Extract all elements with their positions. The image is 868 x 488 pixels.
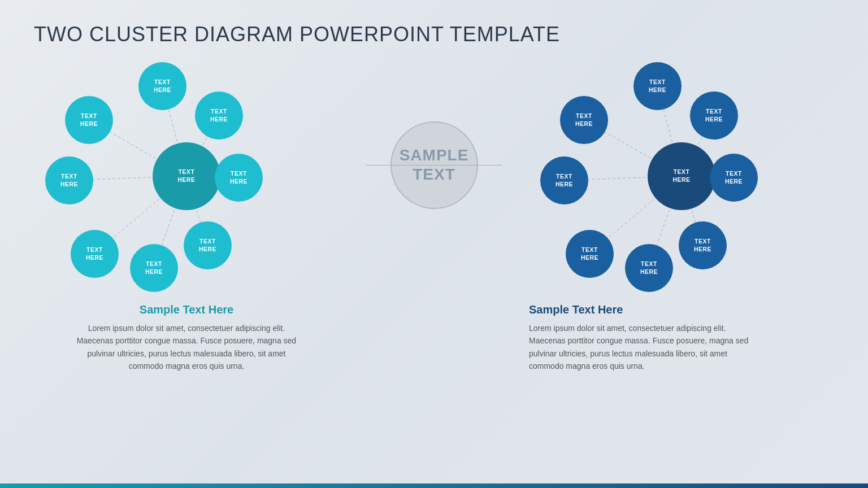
right-text-section: Sample Text Here Lorem ipsum dolor sit a… [529,303,834,373]
right-section-title: Sample Text Here [529,303,834,316]
right-node-left: TEXTHERE [540,156,588,204]
right-node-right: TEXTHERE [710,154,758,202]
slide-title: TWO CLUSTER DIAGRAM POWERPOINT TEMPLATE [34,23,834,46]
left-node-right: TEXTHERE [215,154,263,202]
connector-line [366,165,502,165]
left-node-topright: TEXTHERE [195,91,243,140]
right-node-topright: TEXTHERE [690,91,738,140]
left-node-topleft: TEXTHERE [65,96,113,144]
right-node-topleft: TEXTHERE [560,96,608,144]
diagrams-row: TEXTHERE TEXTHERE TEXTHERE TEXTHERE TEXT… [34,58,834,295]
right-section-body: Lorem ipsum dolor sit amet, consectetuer… [529,322,834,373]
left-node-left: TEXTHERE [45,156,93,204]
left-center-circle: TEXTHERE [153,142,220,210]
left-node-bottomleft: TEXTHERE [71,230,119,278]
right-node-top: TEXTHERE [633,62,682,110]
slide: TWO CLUSTER DIAGRAM POWERPOINT TEMPLATE [0,0,868,488]
left-node-bottomright: TEXTHERE [184,221,232,269]
right-center-circle: TEXTHERE [648,142,715,210]
right-node-bottomleft: TEXTHERE [566,230,614,278]
left-section-title: Sample Text Here [34,303,339,316]
left-cluster: TEXTHERE TEXTHERE TEXTHERE TEXTHERE TEXT… [34,58,339,295]
right-node-bottomright: TEXTHERE [679,221,727,269]
bottom-row: Sample Text Here Lorem ipsum dolor sit a… [34,303,834,373]
right-node-bottom: TEXTHERE [625,244,673,292]
left-section-body: Lorem ipsum dolor sit amet, consectetuer… [34,322,339,373]
middle-connector: SAMPLE TEXT [366,121,502,209]
left-node-top: TEXTHERE [138,62,186,110]
bottom-bar [0,483,868,488]
left-text-section: Sample Text Here Lorem ipsum dolor sit a… [34,303,339,373]
left-node-bottom: TEXTHERE [130,244,178,292]
right-cluster: TEXTHERE TEXTHERE TEXTHERE TEXTHERE TEXT… [529,58,834,295]
